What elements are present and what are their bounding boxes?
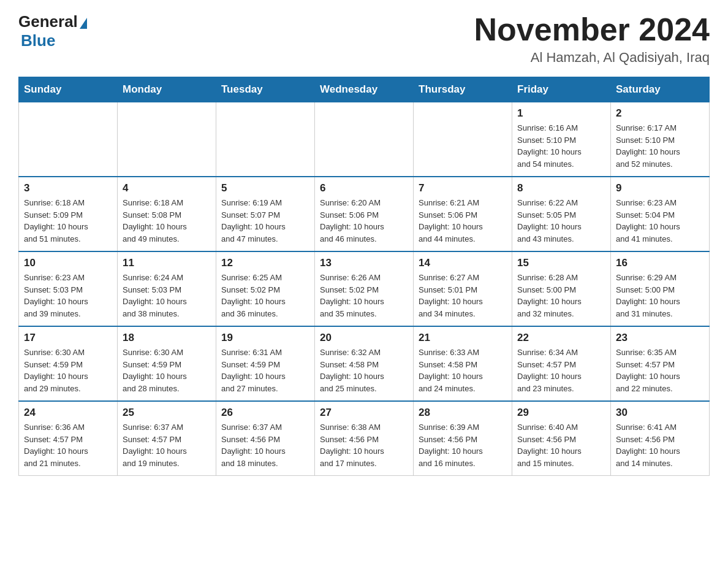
day-info: Sunrise: 6:32 AM Sunset: 4:58 PM Dayligh… — [320, 347, 408, 394]
logo: General Blue — [18, 12, 87, 50]
calendar-cell: 1Sunrise: 6:16 AM Sunset: 5:10 PM Daylig… — [512, 102, 611, 177]
calendar-cell: 5Sunrise: 6:19 AM Sunset: 5:07 PM Daylig… — [216, 177, 315, 251]
weekday-header-tuesday: Tuesday — [216, 77, 315, 102]
day-number: 18 — [123, 332, 211, 344]
calendar-cell: 2Sunrise: 6:17 AM Sunset: 5:10 PM Daylig… — [611, 102, 710, 177]
calendar-cell: 22Sunrise: 6:34 AM Sunset: 4:57 PM Dayli… — [512, 326, 611, 401]
weekday-header-monday: Monday — [118, 77, 216, 102]
day-number: 26 — [221, 407, 309, 419]
page-header: General Blue November 2024 Al Hamzah, Al… — [18, 12, 710, 66]
calendar-cell: 30Sunrise: 6:41 AM Sunset: 4:56 PM Dayli… — [611, 401, 710, 476]
day-info: Sunrise: 6:30 AM Sunset: 4:59 PM Dayligh… — [123, 347, 211, 394]
calendar-cell: 21Sunrise: 6:33 AM Sunset: 4:58 PM Dayli… — [414, 326, 512, 401]
calendar-cell: 8Sunrise: 6:22 AM Sunset: 5:05 PM Daylig… — [512, 177, 611, 251]
day-info: Sunrise: 6:28 AM Sunset: 5:00 PM Dayligh… — [517, 272, 605, 320]
day-number: 14 — [419, 257, 507, 269]
day-info: Sunrise: 6:27 AM Sunset: 5:01 PM Dayligh… — [419, 272, 507, 320]
day-info: Sunrise: 6:23 AM Sunset: 5:03 PM Dayligh… — [24, 272, 112, 320]
day-number: 19 — [221, 332, 309, 344]
day-number: 13 — [320, 257, 408, 269]
day-number: 11 — [123, 257, 211, 269]
day-info: Sunrise: 6:35 AM Sunset: 4:57 PM Dayligh… — [616, 347, 704, 394]
week-row-4: 17Sunrise: 6:30 AM Sunset: 4:59 PM Dayli… — [19, 326, 710, 401]
day-info: Sunrise: 6:17 AM Sunset: 5:10 PM Dayligh… — [616, 122, 704, 170]
calendar-cell — [414, 102, 512, 177]
calendar-cell: 20Sunrise: 6:32 AM Sunset: 4:58 PM Dayli… — [315, 326, 414, 401]
calendar-cell: 12Sunrise: 6:25 AM Sunset: 5:02 PM Dayli… — [216, 251, 315, 326]
day-info: Sunrise: 6:25 AM Sunset: 5:02 PM Dayligh… — [221, 272, 309, 320]
week-row-3: 10Sunrise: 6:23 AM Sunset: 5:03 PM Dayli… — [19, 251, 710, 326]
day-number: 4 — [123, 182, 211, 194]
day-info: Sunrise: 6:19 AM Sunset: 5:07 PM Dayligh… — [221, 197, 309, 245]
week-row-1: 1Sunrise: 6:16 AM Sunset: 5:10 PM Daylig… — [19, 102, 710, 177]
calendar-cell: 17Sunrise: 6:30 AM Sunset: 4:59 PM Dayli… — [19, 326, 118, 401]
day-number: 24 — [24, 407, 112, 419]
day-number: 29 — [517, 407, 605, 419]
day-info: Sunrise: 6:22 AM Sunset: 5:05 PM Dayligh… — [517, 197, 605, 245]
calendar-cell — [118, 102, 216, 177]
day-info: Sunrise: 6:41 AM Sunset: 4:56 PM Dayligh… — [616, 421, 704, 469]
day-info: Sunrise: 6:16 AM Sunset: 5:10 PM Dayligh… — [517, 122, 605, 170]
weekday-header-thursday: Thursday — [414, 77, 512, 102]
day-info: Sunrise: 6:36 AM Sunset: 4:57 PM Dayligh… — [24, 421, 112, 469]
day-number: 6 — [320, 182, 408, 194]
calendar-cell: 4Sunrise: 6:18 AM Sunset: 5:08 PM Daylig… — [118, 177, 216, 251]
day-info: Sunrise: 6:18 AM Sunset: 5:08 PM Dayligh… — [123, 197, 211, 245]
calendar-cell: 11Sunrise: 6:24 AM Sunset: 5:03 PM Dayli… — [118, 251, 216, 326]
day-info: Sunrise: 6:21 AM Sunset: 5:06 PM Dayligh… — [419, 197, 507, 245]
day-info: Sunrise: 6:26 AM Sunset: 5:02 PM Dayligh… — [320, 272, 408, 320]
day-number: 2 — [616, 107, 704, 120]
calendar-cell: 7Sunrise: 6:21 AM Sunset: 5:06 PM Daylig… — [414, 177, 512, 251]
day-info: Sunrise: 6:37 AM Sunset: 4:57 PM Dayligh… — [123, 421, 211, 469]
day-number: 15 — [517, 257, 605, 269]
day-number: 3 — [24, 182, 112, 194]
day-info: Sunrise: 6:40 AM Sunset: 4:56 PM Dayligh… — [517, 421, 605, 469]
day-info: Sunrise: 6:33 AM Sunset: 4:58 PM Dayligh… — [419, 347, 507, 394]
weekday-header-wednesday: Wednesday — [315, 77, 414, 102]
day-number: 1 — [517, 107, 605, 120]
calendar-cell: 16Sunrise: 6:29 AM Sunset: 5:00 PM Dayli… — [611, 251, 710, 326]
calendar-cell: 25Sunrise: 6:37 AM Sunset: 4:57 PM Dayli… — [118, 401, 216, 476]
calendar-cell: 3Sunrise: 6:18 AM Sunset: 5:09 PM Daylig… — [19, 177, 118, 251]
day-number: 23 — [616, 332, 704, 344]
day-number: 21 — [419, 332, 507, 344]
day-number: 5 — [221, 182, 309, 194]
calendar-cell: 26Sunrise: 6:37 AM Sunset: 4:56 PM Dayli… — [216, 401, 315, 476]
weekday-header-friday: Friday — [512, 77, 611, 102]
calendar-cell: 9Sunrise: 6:23 AM Sunset: 5:04 PM Daylig… — [611, 177, 710, 251]
day-number: 28 — [419, 407, 507, 419]
calendar-cell: 29Sunrise: 6:40 AM Sunset: 4:56 PM Dayli… — [512, 401, 611, 476]
logo-blue-text: Blue — [21, 31, 55, 50]
weekday-header-sunday: Sunday — [19, 77, 118, 102]
calendar-table: SundayMondayTuesdayWednesdayThursdayFrid… — [18, 77, 710, 476]
calendar-cell — [19, 102, 118, 177]
calendar-cell: 28Sunrise: 6:39 AM Sunset: 4:56 PM Dayli… — [414, 401, 512, 476]
day-number: 25 — [123, 407, 211, 419]
day-number: 27 — [320, 407, 408, 419]
calendar-cell: 24Sunrise: 6:36 AM Sunset: 4:57 PM Dayli… — [19, 401, 118, 476]
day-number: 8 — [517, 182, 605, 194]
calendar-cell: 15Sunrise: 6:28 AM Sunset: 5:00 PM Dayli… — [512, 251, 611, 326]
day-number: 12 — [221, 257, 309, 269]
day-info: Sunrise: 6:39 AM Sunset: 4:56 PM Dayligh… — [419, 421, 507, 469]
day-info: Sunrise: 6:30 AM Sunset: 4:59 PM Dayligh… — [24, 347, 112, 394]
title-area: November 2024 Al Hamzah, Al Qadisiyah, I… — [474, 12, 710, 66]
day-number: 10 — [24, 257, 112, 269]
week-row-2: 3Sunrise: 6:18 AM Sunset: 5:09 PM Daylig… — [19, 177, 710, 251]
calendar-cell: 10Sunrise: 6:23 AM Sunset: 5:03 PM Dayli… — [19, 251, 118, 326]
calendar-subtitle: Al Hamzah, Al Qadisiyah, Iraq — [474, 50, 710, 66]
logo-triangle-icon — [80, 18, 87, 29]
day-info: Sunrise: 6:20 AM Sunset: 5:06 PM Dayligh… — [320, 197, 408, 245]
day-number: 7 — [419, 182, 507, 194]
day-info: Sunrise: 6:23 AM Sunset: 5:04 PM Dayligh… — [616, 197, 704, 245]
calendar-cell: 19Sunrise: 6:31 AM Sunset: 4:59 PM Dayli… — [216, 326, 315, 401]
calendar-cell: 13Sunrise: 6:26 AM Sunset: 5:02 PM Dayli… — [315, 251, 414, 326]
day-info: Sunrise: 6:38 AM Sunset: 4:56 PM Dayligh… — [320, 421, 408, 469]
calendar-cell — [216, 102, 315, 177]
day-info: Sunrise: 6:34 AM Sunset: 4:57 PM Dayligh… — [517, 347, 605, 394]
calendar-title: November 2024 — [474, 12, 710, 47]
day-number: 22 — [517, 332, 605, 344]
day-number: 9 — [616, 182, 704, 194]
calendar-cell: 27Sunrise: 6:38 AM Sunset: 4:56 PM Dayli… — [315, 401, 414, 476]
day-info: Sunrise: 6:37 AM Sunset: 4:56 PM Dayligh… — [221, 421, 309, 469]
